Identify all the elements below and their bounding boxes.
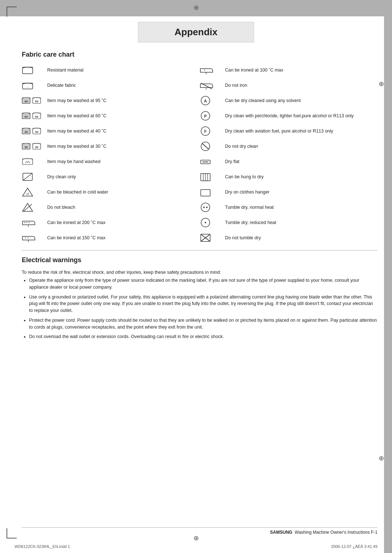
list-item: Resistant material [22, 64, 200, 76]
list-item: Use only a grounded or polarized outlet.… [29, 294, 377, 314]
footer-brand: SAMSUNG [270, 530, 292, 535]
section-divider [22, 250, 377, 251]
no-iron-label: Do not iron [225, 82, 247, 88]
no-bleach-label: Do not bleach [47, 204, 75, 210]
registration-mark-right-bottom: ⊕ [379, 454, 384, 462]
svg-point-32 [28, 237, 28, 238]
main-content: Fabric care chart Resistant material [22, 47, 377, 372]
dry-flat-label: Dry flat [225, 159, 240, 164]
bleach-cold-label: Can be bleached in cold water [47, 189, 108, 195]
fabric-chart-title: Fabric care chart [22, 51, 377, 58]
svg-rect-0 [23, 67, 33, 74]
dry-clean-any-label: Can be dry cleaned using any solvent [225, 98, 301, 103]
no-tumble-dry-icon [200, 233, 225, 243]
svg-point-56 [205, 222, 206, 223]
list-item: Can be ironed at 150 ˚C max [22, 232, 200, 244]
delicate-fabric-icon: ~ [22, 80, 47, 90]
side-bar-right [384, 0, 392, 553]
hung-dry-label: Can be hung to dry [225, 174, 264, 180]
iron-100-label: Can be ironed at 100 ˚C max [225, 67, 283, 73]
svg-text:60: 60 [25, 115, 28, 118]
svg-text:40: 40 [35, 130, 38, 134]
iron-100-icon [200, 65, 225, 75]
svg-rect-51 [201, 190, 210, 196]
wash-60-icon: 60 60 [22, 111, 47, 121]
list-item: Do not iron [200, 80, 377, 91]
svg-text:60: 60 [35, 115, 38, 118]
list-item: 30 30 Item may be washed at 30 ˚C [22, 141, 200, 152]
hand-wash-label: Item may be hand washed [47, 159, 101, 164]
list-item: P Dry clean with perchloride, lighter fu… [200, 110, 377, 122]
svg-text:30: 30 [35, 146, 38, 149]
svg-line-21 [23, 173, 32, 180]
footer-text: SAMSUNG Washing Machine Owner's Instruct… [270, 530, 377, 535]
svg-text:F: F [204, 129, 207, 134]
svg-rect-19 [23, 159, 33, 164]
dry-clean-p-label: Dry clean with perchloride, lighter fuel… [225, 113, 354, 119]
list-item: Dry clean only [22, 171, 200, 183]
dry-clean-p-icon: P [200, 111, 225, 121]
title-box: Appendix [138, 22, 254, 42]
list-item: Do not bleach [22, 202, 200, 213]
chart-left-col: Resistant material ~ Delicate fabric [22, 64, 200, 247]
wash-95-label: Item may be washed at 95 ˚C [47, 98, 106, 103]
wash-40-icon: 40 40 [22, 126, 47, 136]
warnings-list: Operate the appliance only from the type… [29, 277, 377, 340]
fabric-chart: Resistant material ~ Delicate fabric [22, 64, 377, 247]
chart-right-col: Can be ironed at 100 ˚C max Do not iron [200, 64, 377, 247]
dry-flat-icon [200, 156, 225, 167]
svg-text:P: P [204, 114, 207, 118]
corner-tl [7, 7, 17, 17]
dry-clean-f-label: Dry clean with aviation fuel, pure alcoh… [225, 128, 333, 134]
list-item: 60 60 Item may be washed at 60 ˚C [22, 110, 200, 122]
svg-point-28 [26, 222, 27, 223]
list-item: Dry flat [200, 156, 377, 167]
resistant-material-label: Resistant material [47, 67, 83, 73]
wash-95-icon: 95 95 [22, 95, 47, 106]
resistant-material-icon [22, 65, 47, 75]
list-item: ~ Delicate fabric [22, 80, 200, 91]
hung-dry-icon [200, 172, 225, 182]
list-item: Item may be hand washed [22, 156, 200, 167]
wash-40-label: Item may be washed at 40 ˚C [47, 128, 106, 134]
wash-30-label: Item may be washed at 30 ˚C [47, 143, 106, 149]
list-item: F Dry clean with aviation fuel, pure alc… [200, 125, 377, 137]
list-item: Tumble dry, normal heat [200, 202, 377, 213]
fabric-chart-section: Fabric care chart Resistant material [22, 51, 377, 247]
list-item: A Can be dry cleaned using any solvent [200, 95, 377, 106]
svg-text:95: 95 [25, 100, 28, 103]
bottom-meta: WD6122CK-02384L_EN.indd 1 2006-12-07 ¿ÀÈ… [15, 544, 377, 549]
footer-info: Washing Machine Owner's Instructions F-1 [295, 530, 377, 535]
dry-clean-only-label: Dry clean only [47, 174, 76, 180]
clothes-hanger-icon [200, 187, 225, 197]
warnings-intro: To reduce the risk of fire, electrical s… [22, 270, 377, 275]
corner-bl [7, 528, 17, 538]
svg-point-31 [25, 237, 26, 238]
dry-clean-only-icon [22, 172, 47, 182]
svg-point-54 [206, 207, 208, 208]
no-iron-icon [200, 80, 225, 90]
list-item: Tumble dry, reduced heat [200, 217, 377, 228]
list-item: Protect the power cord. Power supply cor… [29, 317, 377, 331]
footer: SAMSUNG Washing Machine Owner's Instruct… [22, 527, 377, 535]
iron-200-label: Can be ironed at 200 ˚C max [47, 220, 106, 225]
list-item: Operate the appliance only from the type… [29, 277, 377, 291]
list-item: 95 95 Item may be washed at 95 ˚C [22, 95, 200, 106]
iron-150-icon [22, 233, 47, 243]
svg-point-29 [29, 222, 29, 223]
hand-wash-icon [22, 156, 47, 167]
page-title: Appendix [146, 27, 246, 38]
svg-point-52 [201, 203, 210, 212]
svg-point-34 [204, 70, 205, 70]
svg-text:30: 30 [25, 146, 28, 149]
bottom-right-meta: 2006-12-07 ¿ÀÈÄ 3:41:49 [331, 544, 377, 549]
list-item: Can be ironed at 100 ˚C max [200, 64, 377, 76]
delicate-fabric-label: Delicate fabric [47, 82, 76, 88]
iron-200-icon [22, 217, 47, 228]
list-item: Do not overload the wall outlet or exten… [29, 333, 377, 340]
svg-point-53 [203, 207, 205, 208]
list-item: 40 40 Item may be washed at 40 ˚C [22, 125, 200, 137]
svg-text:40: 40 [25, 130, 28, 134]
wash-30-icon: 30 30 [22, 141, 47, 151]
iron-150-label: Can be ironed at 150 ˚C max [47, 235, 106, 241]
